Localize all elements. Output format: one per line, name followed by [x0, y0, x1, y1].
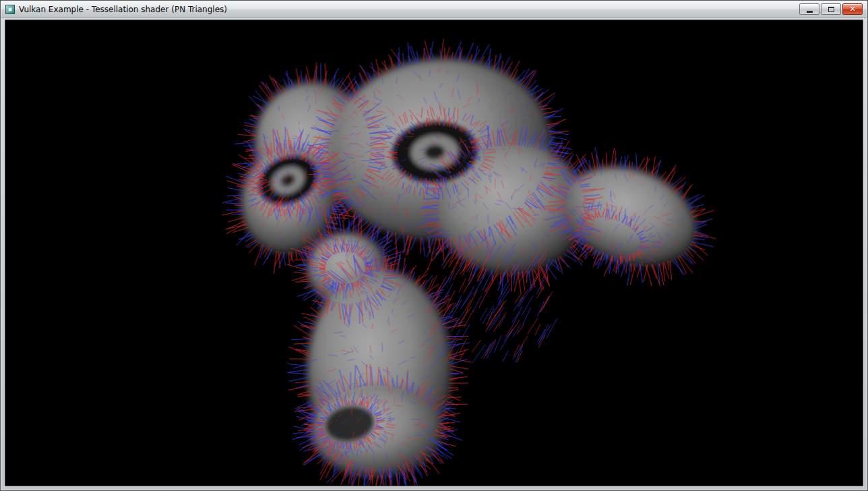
minimize-icon	[807, 11, 813, 13]
maximize-button[interactable]	[821, 3, 841, 15]
window-title: Vulkan Example - Tessellation shader (PN…	[19, 5, 227, 14]
titlebar[interactable]: Vulkan Example - Tessellation shader (PN…	[1, 1, 867, 18]
close-button[interactable]: ✕	[842, 3, 863, 15]
minimize-button[interactable]	[799, 3, 819, 15]
window-controls: ✕	[799, 1, 863, 15]
maximize-icon	[828, 7, 834, 12]
model-render	[5, 20, 863, 486]
close-icon: ✕	[849, 5, 855, 13]
app-icon-glyph	[8, 7, 12, 11]
app-icon	[5, 5, 15, 14]
app-window: Vulkan Example - Tessellation shader (PN…	[0, 0, 868, 491]
render-viewport[interactable]	[5, 20, 863, 486]
